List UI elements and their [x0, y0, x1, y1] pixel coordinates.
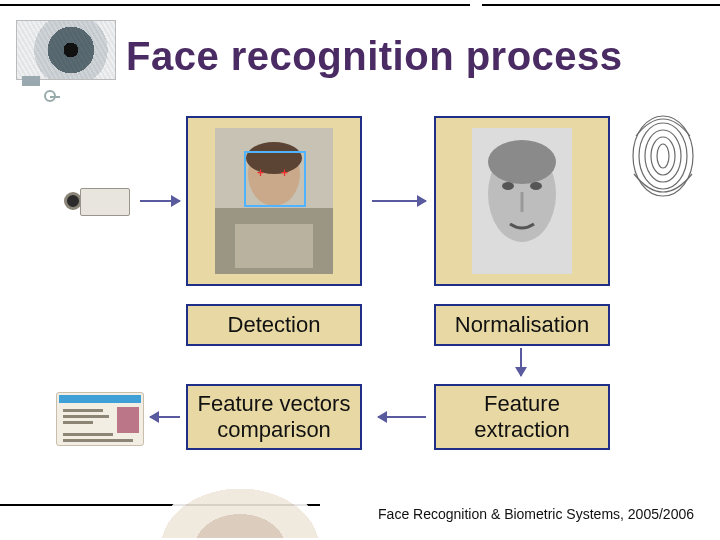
svg-point-4	[657, 144, 669, 168]
label-detection-text: Detection	[228, 312, 321, 338]
svg-point-15	[530, 182, 542, 190]
rule-top-left	[0, 4, 470, 6]
label-normalisation-text: Normalisation	[455, 312, 590, 338]
arrow-detection-to-normalisation	[372, 200, 426, 202]
detection-image-box: + +	[186, 116, 362, 286]
arrow-normalisation-to-extraction	[520, 348, 522, 376]
label-comparison-text: Feature vectors comparison	[188, 391, 360, 444]
arrow-comparison-to-idcard	[150, 416, 180, 418]
arrow-extraction-to-comparison	[378, 416, 426, 418]
label-normalisation: Normalisation	[434, 304, 610, 346]
fingerprint-icon	[626, 106, 700, 200]
slide: Face recognition process +	[0, 0, 720, 540]
eye-notch	[22, 76, 40, 86]
label-extraction: Feature extraction	[434, 384, 610, 450]
label-extraction-text: Feature extraction	[436, 391, 608, 444]
page-title: Face recognition process	[126, 34, 623, 79]
svg-point-14	[502, 182, 514, 190]
normalisation-image-box	[434, 116, 610, 286]
face-crop-image	[160, 488, 320, 538]
svg-rect-9	[235, 224, 313, 268]
svg-point-8	[246, 142, 302, 174]
footer-text: Face Recognition & Biometric Systems, 20…	[378, 506, 694, 522]
rule-top-right	[482, 4, 720, 6]
camera-icon	[62, 182, 134, 222]
svg-point-13	[488, 140, 556, 184]
svg-point-1	[639, 123, 687, 189]
svg-point-3	[651, 137, 675, 175]
label-detection: Detection	[186, 304, 362, 346]
eye-image	[16, 20, 116, 80]
svg-point-0	[633, 116, 693, 196]
detection-photo: + +	[215, 128, 333, 274]
normalisation-photo	[472, 128, 572, 274]
label-comparison: Feature vectors comparison	[186, 384, 362, 450]
id-card-image	[56, 392, 144, 446]
title-bullet-icon	[44, 90, 56, 102]
arrow-camera-to-detection	[140, 200, 180, 202]
